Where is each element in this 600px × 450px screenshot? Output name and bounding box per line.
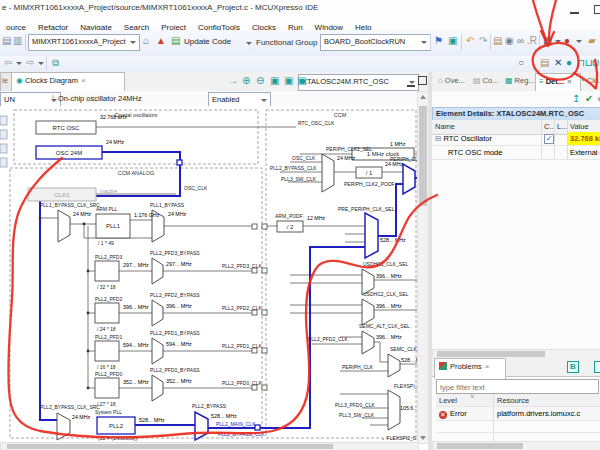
project-combo[interactable]: MIMXRT1061xxxxA_Project [28,34,140,51]
view-tab-reg[interactable]: ▦Reg... [502,73,539,93]
problems-row-resource[interactable]: platform.drivers.iomuxc.c [494,407,600,421]
flag-icon[interactable]: ⚑ [434,35,443,47]
menu-bar: ourceRefactorNavigateSearchProjectConfig… [0,16,600,30]
clocks-waveform-icon[interactable]: ⊓⊔ [577,57,593,69]
redo-icon[interactable]: ↷ [479,35,487,47]
clock-diagram-canvas[interactable] [0,106,430,442]
minimize-button[interactable] [570,5,579,14]
link-icon[interactable]: ∞ [517,35,524,47]
problems-hscrollbar[interactable] [432,441,600,450]
close-icon[interactable]: × [485,362,490,371]
chevron-down-icon [130,41,136,44]
split-view-icon[interactable]: ▣ [284,75,293,86]
save-all-icon[interactable]: ▥ [13,35,22,47]
pin-tool-icon[interactable]: ▦ [543,35,552,47]
grid-line [554,120,555,160]
vscrollbar-thumb[interactable] [419,106,427,206]
pins-icon[interactable]: ψ [592,57,599,69]
expand-icon[interactable]: ⊟ [435,134,441,143]
save-icon[interactable]: ▤ [2,35,11,47]
grid-line [436,420,600,421]
toolbar-separator [539,34,540,50]
grid-line [493,394,494,441]
maximize-button[interactable] [594,5,600,14]
validate-ok-icon[interactable]: ✔ [585,93,593,104]
close-icon[interactable]: × [567,77,572,86]
details-row-rtc-osc-mode[interactable]: RTC OSC mode [432,146,556,160]
functional-group-combo[interactable]: BOARD_BootClockRUN [320,34,431,51]
grid-line [432,159,600,160]
scroll-up-icon[interactable] [420,95,426,99]
run-icon[interactable]: ◉ [505,35,514,47]
hscrollbar-thumb[interactable] [437,351,545,357]
zoom-in-icon[interactable]: ⊕ [242,75,250,86]
forward-icon[interactable]: ⇨ [26,57,34,69]
error-icon: ✕ [439,411,447,419]
check-icon: ✓ [546,134,553,143]
clipboard-icon[interactable]: ▤ [493,35,502,47]
minimize-view-icon[interactable] [407,80,415,87]
view-tab-icon: ≡ [539,77,544,86]
update-code-label: Update Code [184,37,231,46]
chevron-down-icon[interactable] [555,40,561,43]
undo-icon[interactable]: ↶ [466,35,474,47]
clocks-diagram-icon: ◉ [16,76,23,85]
zoom-out-icon[interactable]: ⊖ [256,75,264,86]
toolbar-separator [533,57,534,70]
new-editor-icon[interactable]: ⧉ [52,57,59,69]
view-tab-co[interactable]: ▤Co... [470,73,504,93]
problems-row-error[interactable]: ✕Error [436,407,496,421]
grid-line [436,406,600,407]
tab-strip: le ◉Clocks Diagram× XTALOSC24M.RTC_OSC →… [0,72,600,92]
filter-b-icon[interactable]: B [567,361,579,373]
tab-label: Problems [450,362,482,371]
diagram-hscrollbar[interactable] [0,442,419,450]
rtc-osc-mode-value[interactable]: External cr [567,146,600,160]
problems-filter-input[interactable] [436,379,599,394]
toolbar-separator [25,34,26,50]
tab-problems[interactable]: Problems× [434,358,506,379]
osc-enabled-value: Enabled [212,95,240,104]
view-tab-clo[interactable]: ◔Clo... [577,73,600,93]
go-to-icon[interactable]: → [228,75,238,86]
view-tab-label: Ove... [445,76,465,85]
window-title: e - MIMXRT1061xxxxA_Project/source/MIMXR… [2,3,318,12]
back-icon[interactable]: ⇦ [4,57,12,69]
rtc-oscillator-checkbox[interactable]: ✓ [544,134,554,144]
problems-icon [439,362,447,370]
chevron-down-icon[interactable] [576,40,582,43]
peripherals-icon[interactable]: ● [566,57,572,69]
refactor-icon[interactable]: .R [527,35,537,47]
update-code-button[interactable]: Update Code [170,34,254,51]
monitor-icon[interactable]: ▣ [448,35,457,47]
chevron-down-icon[interactable] [38,62,44,65]
config-tools-x-icon[interactable]: ✕ [554,57,562,69]
search-icon[interactable]: ○ [518,57,524,69]
chevron-down-icon[interactable] [16,62,22,65]
secondary-toolbar: ⇦⇨⧉○▤✕●⊓⊔ψ [0,56,600,73]
tab-label: le [2,76,8,85]
element-select-combo[interactable]: XTALOSC24M.RTC_OSC [298,74,419,91]
hscrollbar-thumb[interactable] [437,443,523,449]
scroll-down-icon[interactable] [420,436,426,440]
hscrollbar-thumb[interactable] [7,444,333,449]
workspace-icon[interactable]: ▰ [588,35,596,47]
fit-screen-icon[interactable]: ▣ [270,75,279,86]
functional-group-value: BOARD_BootClockRUN [324,37,405,46]
error-level: Error [450,409,467,418]
maximize-view-icon[interactable] [418,76,427,85]
view-tab-ove[interactable]: ⌂Ove... [435,73,474,93]
rtc-frequency-value[interactable]: 32.768 kHz [567,132,600,146]
alert-icon[interactable]: ▲ [156,35,166,47]
home-icon[interactable]: ⌂ [143,35,149,47]
partial-icon[interactable] [594,361,600,373]
details-row-rtc-oscillator[interactable]: ⊟ RTC Oscillator [432,132,543,146]
import-config-icon[interactable]: ↥ [572,93,580,104]
update-code-doc-icon[interactable]: ▤ [171,35,180,47]
close-icon[interactable]: × [81,76,86,85]
project-combo-value: MIMXRT1061xxxxA_Project [32,37,126,46]
debug-orb-icon[interactable]: ● [564,35,570,47]
task-list-icon[interactable]: ▤ [540,57,549,69]
toolbar-separator [430,34,431,50]
full-view-icon[interactable]: ▣ [297,75,306,86]
